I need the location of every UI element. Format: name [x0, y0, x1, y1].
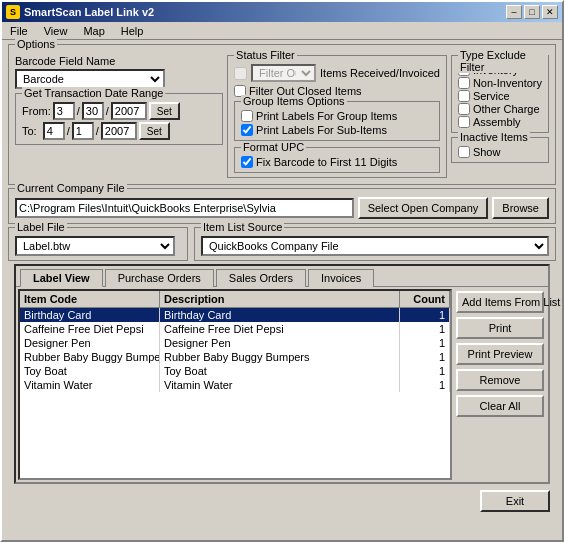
close-button[interactable]: ✕	[542, 5, 558, 19]
menu-help[interactable]: Help	[117, 24, 148, 38]
company-file-row: Select Open Company Browse	[15, 197, 549, 219]
to-month-input[interactable]	[43, 122, 65, 140]
company-file-path[interactable]	[15, 198, 354, 218]
table-row[interactable]: Caffeine Free Diet Pepsi Caffeine Free D…	[20, 322, 450, 336]
cell-description: Toy Boat	[160, 364, 400, 378]
barcode-field-label: Barcode Field Name	[15, 55, 223, 67]
cell-count: 1	[400, 350, 450, 364]
cell-item-code: Toy Boat	[20, 364, 160, 378]
from-set-button[interactable]: Set	[149, 102, 180, 120]
content-area: Options Barcode Field Name Barcode Get T…	[2, 40, 562, 520]
from-label: From:	[22, 105, 51, 117]
print-button[interactable]: Print	[456, 317, 544, 339]
tab-invoices[interactable]: Invoices	[308, 269, 374, 287]
exit-row: Exit	[8, 488, 556, 516]
minimize-button[interactable]: –	[506, 5, 522, 19]
side-buttons: Add Items From List Print Print Preview …	[456, 289, 546, 480]
label-file-select[interactable]: Label.btw	[15, 236, 175, 256]
maximize-button[interactable]: □	[524, 5, 540, 19]
show-inactive-label: Show	[473, 146, 501, 158]
print-labels-group-checkbox[interactable]	[241, 110, 253, 122]
browse-button[interactable]: Browse	[492, 197, 549, 219]
print-labels-sub-label: Print Labels For Sub-Items	[256, 124, 387, 136]
status-filter-group: Status Filter Filter Out Items Received/…	[227, 55, 447, 178]
item-list-select[interactable]: QuickBooks Company File	[201, 236, 549, 256]
service-checkbox[interactable]	[458, 90, 470, 102]
company-file-title: Current Company File	[15, 182, 127, 194]
select-open-company-button[interactable]: Select Open Company	[358, 197, 489, 219]
non-inventory-label: Non-Inventory	[473, 77, 542, 89]
show-inactive-checkbox[interactable]	[458, 146, 470, 158]
options-title: Options	[15, 38, 57, 50]
from-day-input[interactable]	[82, 102, 104, 120]
main-window: S SmartScan Label Link v2 – □ ✕ File Vie…	[0, 0, 564, 542]
item-list-title: Item List Source	[201, 221, 284, 233]
table-row[interactable]: Rubber Baby Buggy Bumpers Rubber Baby Bu…	[20, 350, 450, 364]
print-preview-button[interactable]: Print Preview	[456, 343, 544, 365]
table-row[interactable]: Toy Boat Toy Boat 1	[20, 364, 450, 378]
fix-barcode-label: Fix Barcode to First 11 Digits	[256, 156, 397, 168]
print-labels-sub-row: Print Labels For Sub-Items	[241, 124, 433, 136]
from-year-input[interactable]	[111, 102, 147, 120]
menu-view[interactable]: View	[40, 24, 72, 38]
left-options: Barcode Field Name Barcode Get Transacti…	[15, 55, 223, 178]
options-group: Options Barcode Field Name Barcode Get T…	[8, 44, 556, 185]
col-description: Description	[160, 291, 400, 307]
show-inactive-row: Show	[458, 146, 542, 158]
tab-content: Item Code Description Count Birthday Car…	[16, 286, 548, 482]
options-inner: Barcode Field Name Barcode Get Transacti…	[15, 55, 549, 178]
date-from-row: From: / / Set	[22, 102, 216, 120]
add-items-button[interactable]: Add Items From List	[456, 291, 544, 313]
table-row[interactable]: Birthday Card Birthday Card 1	[20, 308, 450, 322]
barcode-field-group: Barcode Field Name Barcode	[15, 55, 223, 89]
cell-count: 1	[400, 378, 450, 392]
label-file-title: Label File	[15, 221, 67, 233]
inactive-items-title: Inactive Items	[458, 131, 530, 143]
filter-out-checkbox[interactable]	[234, 67, 247, 80]
table-body: Birthday Card Birthday Card 1 Caffeine F…	[20, 308, 450, 478]
other-charge-checkbox[interactable]	[458, 103, 470, 115]
cell-count: 1	[400, 336, 450, 350]
to-label: To:	[22, 125, 37, 137]
fix-barcode-checkbox[interactable]	[241, 156, 253, 168]
app-icon: S	[6, 5, 20, 19]
table-row[interactable]: Designer Pen Designer Pen 1	[20, 336, 450, 350]
filter-out-row: Filter Out Items Received/Invoiced	[234, 64, 440, 82]
service-row: Service	[458, 90, 542, 102]
cell-description: Caffeine Free Diet Pepsi	[160, 322, 400, 336]
assembly-checkbox[interactable]	[458, 116, 470, 128]
cell-count: 1	[400, 308, 450, 322]
label-file-group: Label File Label.btw	[8, 227, 188, 261]
print-labels-sub-checkbox[interactable]	[241, 124, 253, 136]
to-set-button[interactable]: Set	[139, 122, 170, 140]
menu-map[interactable]: Map	[79, 24, 108, 38]
status-filter-title: Status Filter	[234, 49, 297, 61]
print-labels-group-label: Print Labels For Group Items	[256, 110, 397, 122]
menu-bar: File View Map Help	[2, 22, 562, 40]
tab-purchase-orders[interactable]: Purchase Orders	[105, 269, 214, 287]
tab-label-view[interactable]: Label View	[20, 269, 103, 287]
title-bar-left: S SmartScan Label Link v2	[6, 5, 154, 19]
table-row[interactable]: Vitamin Water Vitamin Water 1	[20, 378, 450, 392]
to-day-input[interactable]	[72, 122, 94, 140]
col-count: Count	[400, 291, 450, 307]
non-inventory-row: Non-Inventory	[458, 77, 542, 89]
exit-button[interactable]: Exit	[480, 490, 550, 512]
cell-item-code: Designer Pen	[20, 336, 160, 350]
type-exclude-group: Type Exclude Filter Inventory Non-Invent…	[451, 55, 549, 133]
clear-all-button[interactable]: Clear All	[456, 395, 544, 417]
menu-file[interactable]: File	[6, 24, 32, 38]
window-title: SmartScan Label Link v2	[24, 6, 154, 18]
format-upc-title: Format UPC	[241, 141, 306, 153]
label-item-row: Label File Label.btw Item List Source Qu…	[8, 227, 556, 261]
non-inventory-checkbox[interactable]	[458, 77, 470, 89]
barcode-field-select[interactable]: Barcode	[15, 69, 165, 89]
title-bar-buttons: – □ ✕	[506, 5, 558, 19]
tab-sales-orders[interactable]: Sales Orders	[216, 269, 306, 287]
print-labels-group-row: Print Labels For Group Items	[241, 110, 433, 122]
lower-panel: Label View Purchase Orders Sales Orders …	[14, 264, 550, 484]
to-year-input[interactable]	[101, 122, 137, 140]
other-charge-label: Other Charge	[473, 103, 540, 115]
remove-button[interactable]: Remove	[456, 369, 544, 391]
from-month-input[interactable]	[53, 102, 75, 120]
